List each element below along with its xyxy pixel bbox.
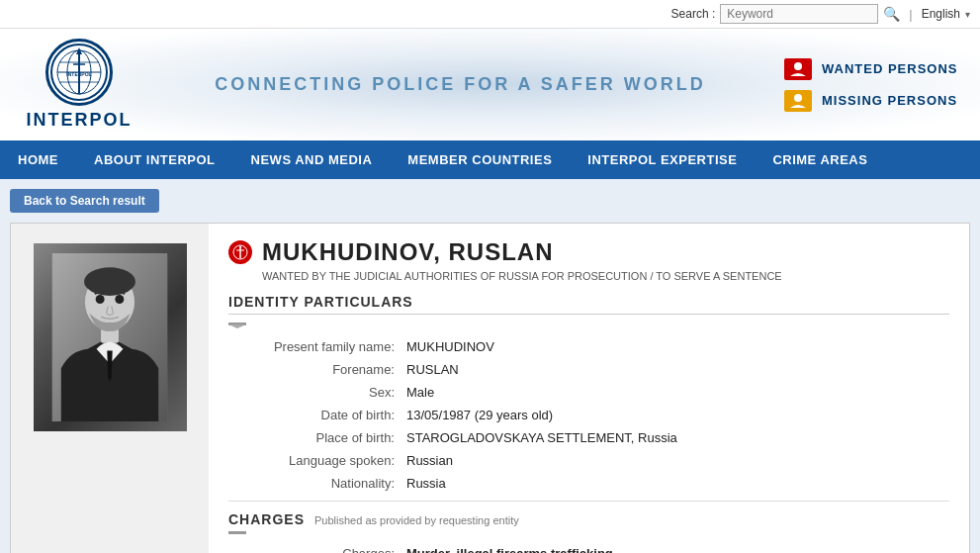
detail-value: Russia [406, 476, 446, 491]
svg-text:INTERPOL: INTERPOL [66, 71, 91, 77]
detail-row: Place of birth: STAROGLADOVSKAYA SETTLEM… [228, 430, 949, 445]
wanted-description: WANTED BY THE JUDICIAL AUTHORITIES OF RU… [262, 270, 949, 282]
detail-value: MUKHUDINOV [406, 339, 494, 354]
main-nav: HOME ABOUT INTERPOL NEWS AND MEDIA MEMBE… [0, 140, 980, 179]
charges-divider [228, 531, 246, 534]
svg-point-10 [794, 62, 802, 70]
detail-label: Nationality: [228, 476, 406, 491]
svg-point-18 [115, 295, 124, 304]
logo-circle: INTERPOL [45, 39, 113, 106]
missing-icon [782, 89, 814, 113]
charges-section: CHARGES Published as provided by request… [228, 501, 949, 553]
detail-label: Place of birth: [228, 430, 406, 445]
detail-value: Male [406, 385, 434, 400]
wanted-persons-label: WANTED PERSONS [822, 61, 958, 76]
interpol-badge-icon [228, 240, 252, 264]
profile-photo [34, 243, 187, 431]
detail-value: 13/05/1987 (29 years old) [406, 408, 553, 422]
nav-expertise[interactable]: INTERPOL EXPERTISE [570, 140, 755, 179]
detail-row: Forename: RUSLAN [228, 362, 949, 377]
badge-svg [232, 244, 248, 260]
charges-row: Charges: Murder, illegal firearms traffi… [228, 546, 949, 553]
svg-point-15 [84, 267, 135, 296]
detail-value: STAROGLADOVSKAYA SETTLEMENT, Russia [406, 430, 677, 445]
detail-label: Language spoken: [228, 453, 406, 468]
wanted-icon-bg [784, 58, 812, 80]
nav-news[interactable]: NEWS AND MEDIA [233, 140, 391, 179]
missing-icon-bg [784, 90, 812, 112]
detail-row: Date of birth: 13/05/1987 (29 years old) [228, 408, 949, 422]
svg-point-17 [96, 295, 105, 304]
search-label: Search : [671, 7, 716, 21]
nav-home[interactable]: HOME [0, 140, 76, 179]
lang-dropdown-arrow[interactable]: ▾ [965, 9, 970, 20]
missing-persons-icon [788, 93, 808, 109]
search-input[interactable] [720, 4, 878, 24]
info-panel: MUKHUDINOV, RUSLAN WANTED BY THE JUDICIA… [209, 224, 969, 553]
missing-persons-link[interactable]: MISSING PERSONS [782, 89, 960, 113]
charges-value: Murder, illegal firearms trafficking. [406, 546, 616, 553]
charges-header: CHARGES Published as provided by request… [228, 511, 949, 527]
logo-name: INTERPOL [26, 110, 132, 131]
wanted-persons-icon [788, 61, 808, 77]
logo-section: INTERPOL INTERPOL [20, 39, 138, 131]
right-links: WANTED PERSONS MISSING PERSONS [782, 57, 960, 113]
detail-row: Sex: Male [228, 385, 949, 400]
charges-label: Charges: [228, 546, 406, 553]
top-bar: Search : 🔍 | English ▾ [0, 0, 980, 29]
svg-point-11 [794, 94, 802, 102]
name-header: MUKHUDINOV, RUSLAN [228, 238, 949, 266]
photo-panel [11, 224, 209, 553]
nav-crime-areas[interactable]: CRIME AREAS [755, 140, 885, 179]
back-to-search-button[interactable]: Back to Search result [10, 189, 159, 213]
detail-row: Present family name: MUKHUDINOV [228, 339, 949, 354]
identity-section-title: IDENTITY PARTICULARS [228, 294, 949, 315]
charges-title: CHARGES [228, 511, 305, 527]
nav-member-countries[interactable]: MEMBER COUNTRIES [390, 140, 570, 179]
person-name: MUKHUDINOV, RUSLAN [262, 238, 553, 266]
detail-row: Language spoken: Russian [228, 453, 949, 468]
detail-label: Forename: [228, 362, 406, 377]
detail-label: Sex: [228, 385, 406, 400]
wanted-icon [782, 57, 814, 81]
wanted-persons-link[interactable]: WANTED PERSONS [782, 57, 960, 81]
site-header: INTERPOL INTERPOL CONNECTING POLICE FOR … [0, 29, 980, 140]
content-area: Back to Search result [0, 179, 980, 553]
charges-note: Published as provided by requesting enti… [314, 514, 519, 526]
detail-rows: Present family name: MUKHUDINOV Forename… [228, 339, 949, 491]
interpol-logo-svg: INTERPOL [49, 43, 109, 102]
search-button[interactable]: 🔍 [883, 6, 900, 22]
missing-persons-label: MISSING PERSONS [822, 93, 957, 108]
detail-value: Russian [406, 453, 453, 468]
section-divider [228, 323, 246, 325]
profile-card: MUKHUDINOV, RUSLAN WANTED BY THE JUDICIA… [10, 223, 970, 553]
detail-label: Date of birth: [228, 408, 406, 422]
detail-value: RUSLAN [406, 362, 459, 377]
language-selector[interactable]: English [922, 7, 960, 21]
detail-row: Nationality: Russia [228, 476, 949, 491]
profile-silhouette [45, 253, 174, 421]
detail-label: Present family name: [228, 339, 406, 354]
lang-separator: | [909, 7, 912, 22]
nav-about[interactable]: ABOUT INTERPOL [76, 140, 233, 179]
site-tagline: CONNECTING POLICE FOR A SAFER WORLD [138, 74, 782, 95]
search-container: Search : 🔍 | English ▾ [671, 4, 970, 24]
